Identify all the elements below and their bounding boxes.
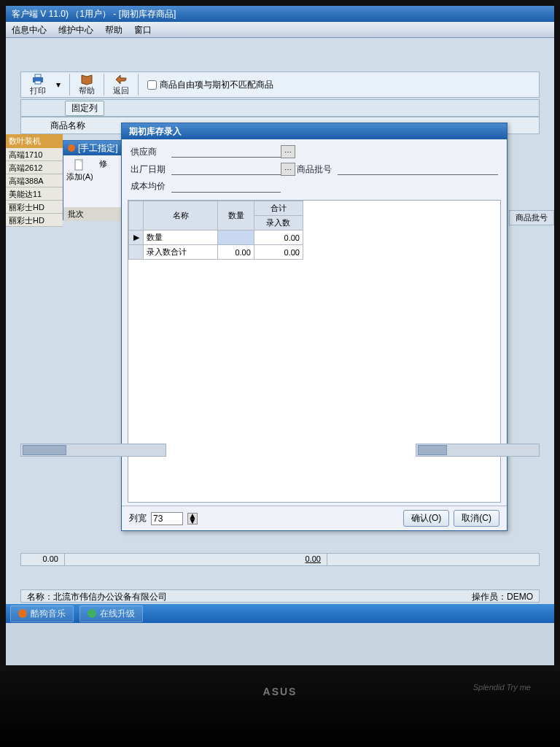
back-arrow-icon — [114, 74, 128, 85]
monitor-splendid-label: Splendid Try me — [473, 683, 531, 692]
operator-name: DEMO — [507, 592, 533, 602]
menu-maintain[interactable]: 维护中心 — [58, 24, 93, 35]
colwidth-spinner[interactable] — [151, 512, 183, 525]
monitor-brand: ASUS — [263, 686, 298, 697]
new-doc-icon — [73, 158, 86, 171]
list-item[interactable]: 高端388A — [6, 174, 63, 187]
fixed-column-button[interactable]: 固定列 — [65, 101, 104, 116]
cost-avg-label: 成本均价 — [131, 180, 171, 193]
add-button[interactable]: 添加(A) — [66, 158, 93, 182]
table-row[interactable]: 录入数合计 0.00 0.00 — [129, 245, 303, 260]
bg-hscrollbar-right[interactable] — [416, 444, 540, 457]
supplier-label: 供应商 — [131, 146, 171, 158]
print-button[interactable]: 打印 — [26, 73, 50, 97]
list-item[interactable]: 丽彩士HD — [6, 214, 63, 227]
row-pointer-icon: ▶ — [129, 231, 144, 245]
dialog-title: 期初库存录入 — [129, 126, 182, 136]
taskbar[interactable]: 酷狗音乐 在线升级 — [6, 604, 554, 623]
company-label: 名称： — [27, 592, 53, 602]
mismatch-checkbox[interactable]: 商品自由项与期初不匹配商品 — [147, 79, 273, 91]
mismatch-checkbox-input[interactable] — [147, 80, 157, 90]
menu-help[interactable]: 帮助 — [105, 24, 122, 35]
taskbar-item-music[interactable]: 酷狗音乐 — [10, 605, 74, 622]
ok-button[interactable]: 确认(O) — [403, 510, 449, 527]
list-item[interactable]: 高端1710 — [6, 148, 63, 161]
dialog-grid[interactable]: 名称 数量 合计 录入数 ▶ 数量 0.00 录入数合计 0.00 — [128, 200, 501, 503]
bg-hscrollbar-left[interactable] — [20, 444, 166, 457]
print-dropdown[interactable]: ▾ — [52, 79, 65, 90]
taskbar-item-update[interactable]: 在线升级 — [79, 605, 143, 622]
book-icon — [80, 74, 93, 85]
cost-avg-input[interactable] — [171, 181, 281, 193]
list-item[interactable]: 丽彩士HD — [6, 201, 63, 214]
svg-rect-1 — [35, 74, 41, 77]
app-titlebar: 客户端 V 11.0) （1用户） - [期初库存商品] — [6, 6, 554, 22]
factory-date-label: 出厂日期 — [131, 163, 171, 176]
supplier-input[interactable] — [171, 146, 281, 158]
col-total[interactable]: 合计 — [254, 201, 303, 216]
app-menubar[interactable]: 信息中心 维护中心 帮助 窗口 — [6, 22, 554, 38]
status-strip: 0.00 0.00 — [20, 553, 540, 566]
printer-icon — [31, 74, 44, 85]
music-icon — [18, 609, 27, 618]
main-toolbar: 打印 ▾ 帮助 返回 商品自由项与期初不匹配商品 — [20, 71, 540, 98]
list-item[interactable]: 高端2612 — [6, 161, 63, 174]
update-icon — [88, 609, 96, 618]
status-cell-mid: 0.00 — [284, 554, 327, 565]
edit-button[interactable]: 修 — [99, 158, 107, 182]
col-entry[interactable]: 录入数 — [254, 216, 303, 231]
menu-info[interactable]: 信息中心 — [12, 24, 47, 35]
supplier-lookup-button[interactable]: ⋯ — [281, 145, 295, 158]
table-row[interactable]: ▶ 数量 0.00 — [129, 231, 303, 245]
dialog-footer: 列宽 ▲▼ 确认(O) 取消(C) — [122, 506, 507, 530]
batch-no-label: 商品批号 — [297, 163, 338, 176]
grid-corner — [129, 201, 144, 231]
company-name: 北流市伟信办公设备有限公司 — [53, 592, 167, 602]
left-product-list: 数叶装机 高端1710 高端2612 高端388A 美能达11 丽彩士HD 丽彩… — [6, 134, 63, 227]
back-button[interactable]: 返回 — [109, 73, 133, 97]
dialog-titlebar[interactable]: 期初库存录入 — [122, 123, 507, 139]
orange-dot-icon — [68, 144, 75, 152]
menu-window[interactable]: 窗口 — [134, 24, 152, 35]
svg-rect-2 — [35, 81, 41, 84]
cancel-button[interactable]: 取消(C) — [454, 510, 499, 527]
col-name[interactable]: 名称 — [144, 201, 218, 231]
col-qty[interactable]: 数量 — [218, 201, 254, 231]
operator-label: 操作员： — [472, 592, 507, 602]
right-column-header: 商品批号 — [509, 210, 554, 225]
status-cell-left: 0.00 — [21, 554, 65, 565]
product-name-header: 商品名称 — [50, 120, 85, 132]
bg-toolbar-2: 固定列 — [20, 99, 540, 117]
factory-date-input[interactable] — [171, 163, 281, 175]
batch-no-input[interactable] — [338, 163, 498, 175]
spinner-arrows-icon[interactable]: ▲▼ — [187, 513, 198, 525]
colwidth-label: 列宽 — [129, 512, 147, 525]
bottom-statusbar: 名称：北流市伟信办公设备有限公司 操作员：DEMO — [20, 589, 540, 603]
factory-date-lookup-button[interactable]: ⋯ — [281, 163, 295, 176]
app-title: 客户端 V 11.0) （1用户） - [期初库存商品] — [12, 9, 176, 19]
help-button[interactable]: 帮助 — [74, 73, 99, 97]
list-item[interactable]: 美能达11 — [6, 187, 63, 201]
left-tab[interactable]: 数叶装机 — [6, 134, 63, 148]
initial-inventory-dialog: 期初库存录入 供应商 ⋯ 出厂日期 ⋯ 商品批号 成本均价 名称 数量 合计 — [121, 123, 508, 531]
